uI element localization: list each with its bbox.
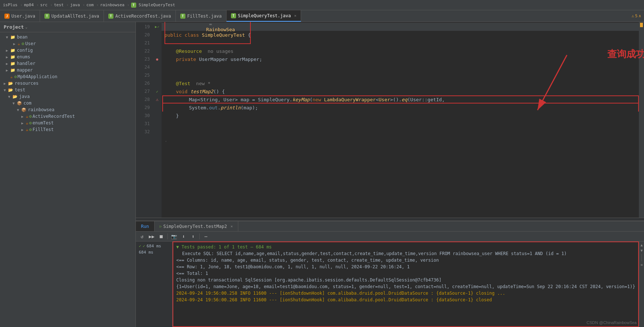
line-numbers: 19 20 21 22 23 24 25 26 27 28 29 30 31 3…	[136, 22, 153, 218]
tab-simplequery[interactable]: T SimpleQueryTest.java ✕	[227, 10, 301, 22]
tab-close-button[interactable]: ✕	[294, 14, 296, 18]
java-test-icon: ☕	[26, 114, 28, 119]
run-output-line: <== Columns: id, name, age, email, statu…	[176, 257, 635, 264]
java-icon: ☕	[10, 75, 13, 79]
sidebar-item-rainbowsea[interactable]: ▼ 📦 rainbowsea	[0, 106, 135, 113]
sidebar-item-mp04app[interactable]: ☕ ⚙ Mp04Application	[0, 73, 135, 80]
breadcrumb-item[interactable]: java	[70, 3, 80, 7]
run-output-line: Execute SQL: SELECT id,name,age,email,st…	[176, 250, 635, 257]
tab-updataall[interactable]: T UpdataAllTest.java	[40, 10, 104, 22]
test-file-icon: T	[44, 14, 50, 19]
divider	[641, 254, 642, 261]
run-output-line: {1=User(id=1, name=Jone, age=18, email=t…	[176, 283, 635, 290]
check-icon: ✓	[139, 244, 141, 248]
tree-arrow: ▶	[6, 48, 10, 52]
sidebar-item-test[interactable]: ▼ 📂 test	[0, 87, 135, 93]
tree-arrow: ▼	[8, 95, 12, 99]
run-output-line: ▼ Tests passed: 1 of 1 test – 684 ms	[176, 244, 635, 250]
run-status-check: ✓	[143, 244, 145, 248]
run-output: ▼ Tests passed: 1 of 1 test – 684 ms Exe…	[173, 241, 639, 327]
java-test-icon: ☕	[26, 120, 28, 126]
top-bar: isPlus › mp04 › src › test › java › com …	[0, 0, 644, 10]
sidebar-item-config[interactable]: ▶ 📁 config	[0, 47, 135, 54]
breadcrumb-item[interactable]: rainbowsea	[100, 3, 124, 7]
toolbar-separator	[199, 233, 200, 239]
file-icon: T	[131, 3, 136, 8]
breadcrumb-file: T SimpleQueryTest	[131, 3, 177, 8]
code-line-31	[162, 120, 639, 128]
code-line-29: System. out . println (map);	[162, 103, 639, 112]
warning-badge: ⚠ 5 ∧	[632, 10, 644, 22]
screenshot-btn[interactable]: 📷	[170, 232, 178, 240]
run-output-line: 2024-09-24 19:56:00.268 INFO 11600 --- […	[176, 297, 635, 303]
run-output-line: 2024-09-24 19:56:00.258 INFO 11600 --- […	[176, 290, 635, 297]
run-time-secondary: 684 ms	[137, 249, 171, 255]
code-line-27: void testMap2 () {	[162, 87, 639, 95]
code-line-30: }	[162, 112, 639, 120]
scroll-down-arrow[interactable]: ▼	[640, 248, 643, 252]
sidebar-item-resources[interactable]: ▶ 📂 resources	[0, 80, 135, 87]
sidebar: Project ⌄ ▼ 📁 bean ▶ ☕ ⚙ User ▶ 📁 config	[0, 22, 136, 327]
tree-arrow: ▼	[12, 101, 17, 105]
sidebar-item-bean[interactable]: ▼ 📁 bean	[0, 34, 135, 40]
tab-activerecord[interactable]: T ActiveRecordTest.java	[104, 10, 176, 22]
scroll-up-arrow[interactable]: ▲	[640, 243, 643, 247]
sidebar-item-com[interactable]: ▼ 📦 com	[0, 100, 135, 106]
scroll-down-btn[interactable]: ⬇	[180, 232, 188, 240]
sidebar-item-enums[interactable]: ▶ 📁 enums	[0, 54, 135, 60]
editor-wrapper: 19 20 21 22 23 24 25 26 27 28 29 30 31 3…	[136, 22, 644, 327]
stop-btn[interactable]: ⏹	[157, 232, 165, 240]
sidebar-item-enumtest[interactable]: ▶ ☕ ⚙ enumTest	[0, 120, 135, 126]
breadcrumb-item[interactable]: src	[40, 3, 48, 7]
code-line-dot: .	[162, 136, 639, 144]
java-icon: ☕	[18, 41, 20, 46]
editor-content: 19 20 21 22 23 24 25 26 27 28 29 30 31 3…	[136, 22, 644, 218]
sidebar-item-java[interactable]: ▼ 📂 java	[0, 93, 135, 100]
bottom-tab-bar: Run ▷ SimpleQueryTest.testMap2 ✕	[136, 221, 644, 232]
breadcrumb-item[interactable]: mp04	[24, 3, 34, 7]
tab-user[interactable]: J User.java	[0, 10, 40, 22]
tab-close-icon[interactable]: ✕	[231, 224, 233, 228]
sidebar-item-user[interactable]: ▶ ☕ ⚙ User	[0, 40, 135, 47]
code-area[interactable]: @SpringBootTest = RainbowSea " public cl…	[162, 22, 639, 218]
folder-open-icon: 📂	[8, 88, 13, 92]
horizontal-scrollbar[interactable]	[136, 218, 644, 221]
test-file-icon: T	[108, 14, 113, 19]
tree-arrow: ▶	[13, 42, 18, 46]
folder-icon: 📁	[10, 48, 15, 53]
run-output-line: <== Row: 1, Jone, 18, test1@baomidou.com…	[176, 264, 635, 270]
scroll-up-btn[interactable]: ⬆	[189, 232, 197, 240]
sidebar-item-handler[interactable]: ▶ 📁 handler	[0, 60, 135, 67]
collapse-btn[interactable]: ≡	[640, 263, 643, 267]
breadcrumb-item[interactable]: isPlus	[3, 3, 18, 7]
folder-open-icon: 📂	[12, 94, 18, 99]
code-line-26: @Test new *	[162, 79, 639, 87]
run-output-line: <== Total: 1	[176, 270, 635, 277]
sidebar-item-mapper[interactable]: ▶ 📁 mapper	[0, 67, 135, 73]
run-time: 684 ms	[146, 244, 161, 248]
run-again-btn[interactable]: ↺	[138, 232, 146, 240]
sidebar-expand-icon[interactable]: ⌄	[25, 25, 28, 29]
watermark: CSDN @ChinaRainbowSea	[586, 320, 637, 325]
run-right-edge: ▲ ▼ ≡	[639, 241, 644, 327]
breadcrumb-item[interactable]: test	[54, 3, 64, 7]
sidebar-item-filltest[interactable]: ▶ ☕ ⚙ FillTest	[0, 126, 135, 133]
run-output-line: Closing non transactional SqlSession [or…	[176, 277, 635, 283]
run-btn[interactable]: ▶▶	[148, 232, 156, 240]
more-btn[interactable]: ⋯	[202, 232, 210, 240]
java-test-icon: ☕	[26, 127, 28, 132]
main-layout: Project ⌄ ▼ 📁 bean ▶ ☕ ⚙ User ▶ 📁 config	[0, 22, 644, 327]
bottom-panel: Run ▷ SimpleQueryTest.testMap2 ✕ ↺ ▶▶ ⏹ …	[136, 221, 644, 327]
bottom-tab-run[interactable]: Run	[136, 221, 155, 231]
gear-icon: ⚙	[29, 114, 32, 119]
tree-arrow: ▶	[21, 115, 26, 119]
breadcrumb-item[interactable]: com	[86, 3, 94, 7]
code-line-19: @SpringBootTest = RainbowSea "	[162, 23, 639, 31]
tab-filltest[interactable]: T FillTest.java	[176, 10, 227, 22]
gutter: ▶✓ ● ✓ ⚠	[153, 22, 162, 218]
sidebar-item-activerecordtest[interactable]: ▶ ☕ ⚙ ActiveRecordTest	[0, 113, 135, 120]
folder-icon: 📁	[10, 55, 15, 59]
package-icon: 📦	[17, 101, 22, 106]
bottom-tab-simplequery[interactable]: ▷ SimpleQueryTest.testMap2 ✕	[155, 221, 238, 231]
tree-arrow: ▶	[21, 121, 26, 125]
